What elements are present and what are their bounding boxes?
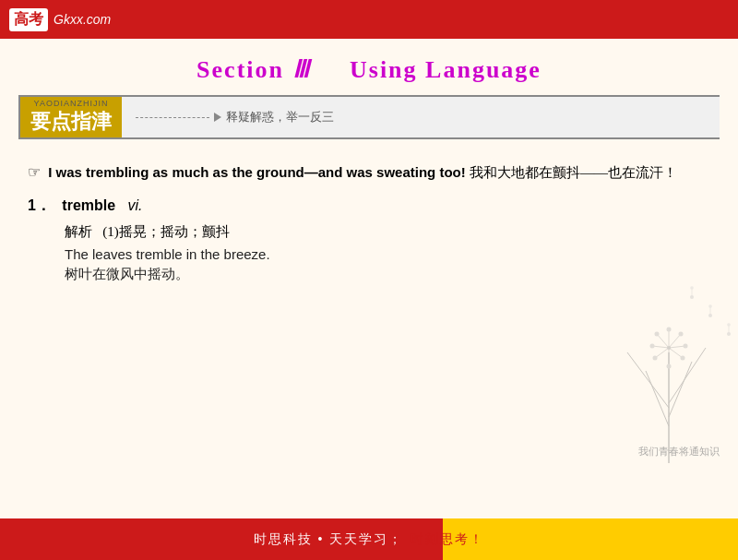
yaodian-subtitle: 释疑解惑，举一反三: [226, 109, 334, 125]
svg-line-7: [669, 334, 681, 348]
svg-line-9: [669, 346, 685, 348]
svg-point-22: [708, 314, 712, 317]
bottom-right-text: 时刻思考！: [411, 531, 484, 548]
svg-point-21: [667, 364, 672, 369]
svg-point-15: [679, 332, 684, 337]
example-sentence-en: The leaves tremble in the breeze.: [65, 246, 710, 262]
key-sentence-chinese: 我和大地都在颤抖——也在流汗！: [470, 165, 677, 180]
svg-point-28: [690, 295, 694, 299]
svg-point-30: [690, 286, 694, 290]
vocab-pos: vi.: [128, 197, 143, 213]
content-area: Section Ⅲ Using Language YAODIANZHIJIN 要…: [0, 39, 738, 518]
yaodian-left: YAODIANZHIJIN 要点指津: [20, 97, 122, 137]
body-content: ☞ I was trembling as much as the ground—…: [0, 149, 738, 283]
svg-point-20: [653, 356, 658, 361]
bottom-left-text: 时思科技 • 天天学习；: [254, 531, 404, 548]
analysis-label: 解析 (1)摇晃；摇动；颤抖: [65, 223, 710, 241]
svg-point-16: [655, 332, 660, 337]
logo-site: Gkxx.com: [54, 12, 111, 27]
vocab-meanings: (1)摇晃；摇动；颤抖: [102, 224, 230, 239]
svg-point-5: [667, 346, 671, 350]
logo-gaokao: 高考: [9, 8, 48, 31]
svg-line-8: [657, 334, 669, 348]
title-prefix: Section: [196, 56, 284, 83]
key-sentence: ☞ I was trembling as much as the ground—…: [28, 160, 710, 185]
vocab-word: tremble: [62, 197, 115, 213]
key-sentence-english: I was trembling as much as the ground—an…: [48, 164, 466, 180]
arrow-icon: [214, 113, 221, 122]
svg-line-3: [627, 352, 669, 408]
bottom-bar: 时思科技 • 天天学习； 时刻思考！: [0, 518, 738, 560]
yaodian-banner: YAODIANZHIJIN 要点指津 释疑解惑，举一反三: [18, 95, 720, 139]
svg-line-11: [669, 348, 683, 358]
watermark: 我们青春将通知识: [638, 445, 720, 459]
yaodian-top-label: YAODIANZHIJIN: [34, 99, 109, 108]
svg-line-4: [669, 348, 706, 403]
logo-box: 高考 Gkxx.com: [9, 8, 111, 31]
svg-point-25: [727, 332, 731, 336]
title-roman: Ⅲ: [292, 56, 311, 83]
section-title: Section Ⅲ Using Language: [0, 39, 738, 95]
vocab-number: 1．: [28, 197, 51, 213]
yaodian-right: 释疑解惑，举一反三: [122, 109, 720, 125]
svg-point-18: [650, 344, 655, 349]
dashed-line: [136, 117, 209, 118]
svg-line-10: [652, 346, 669, 348]
yaodian-main-label: 要点指津: [30, 108, 112, 136]
example-sentence-zh: 树叶在微风中摇动。: [65, 266, 710, 283]
dandelion-decoration: [600, 279, 738, 463]
svg-point-19: [681, 356, 685, 361]
svg-line-1: [646, 371, 669, 426]
vocab-entry: 1． tremble vi.: [28, 197, 710, 216]
hand-icon: ☞: [28, 164, 41, 180]
analysis-block: 解析 (1)摇晃；摇动；颤抖 The leaves tremble in the…: [65, 223, 710, 283]
svg-line-12: [655, 348, 669, 358]
top-bar: 高考 Gkxx.com: [0, 0, 738, 39]
svg-line-2: [669, 362, 692, 417]
svg-point-27: [727, 323, 731, 327]
svg-point-14: [667, 328, 672, 332]
svg-point-17: [684, 344, 688, 349]
title-suffix: Using Language: [350, 56, 542, 83]
svg-point-24: [708, 304, 712, 308]
